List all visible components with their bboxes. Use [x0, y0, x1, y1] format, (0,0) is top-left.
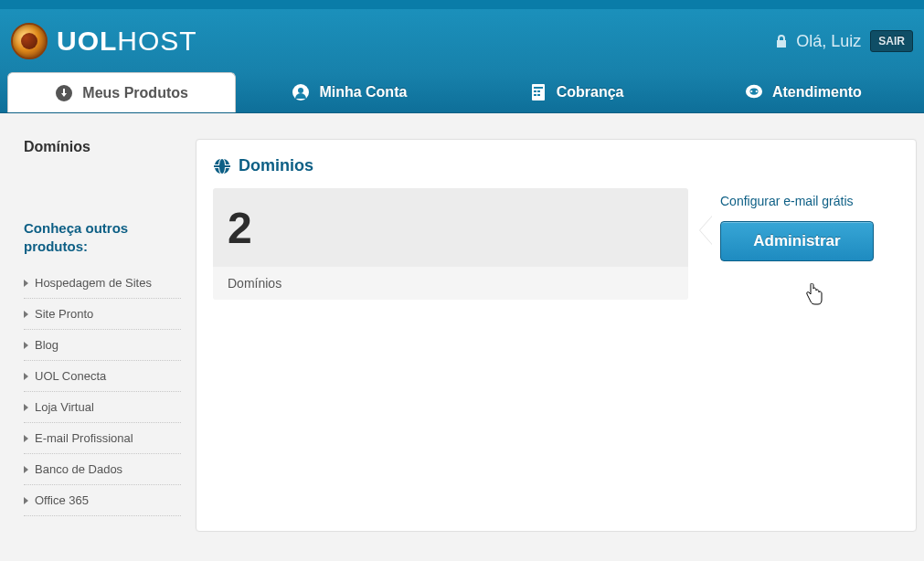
svg-rect-7	[534, 94, 536, 96]
main-content: Dominios 2 Domínios Configurar e-mail gr…	[196, 139, 917, 532]
config-email-link[interactable]: Configurar e-mail grátis	[720, 194, 899, 208]
svg-point-12	[756, 90, 758, 92]
sidebar-item-label: Banco de Dados	[35, 462, 122, 476]
tab-label: Minha Conta	[319, 84, 407, 101]
sidebar-item-label: Loja Virtual	[35, 400, 94, 414]
user-icon	[292, 83, 310, 101]
tab-minha-conta[interactable]: Minha Conta	[236, 72, 462, 112]
logo-bold: UOL	[57, 26, 117, 56]
greeting-text: Olá, Luiz	[796, 32, 861, 51]
sidebar-item-loja-virtual[interactable]: Loja Virtual	[24, 392, 181, 423]
actions-panel: Configurar e-mail grátis Administrar	[720, 188, 899, 261]
stat-value: 2	[228, 203, 252, 253]
tab-meus-produtos[interactable]: Meus Produtos	[7, 72, 236, 112]
sidebar-item-blog[interactable]: Blog	[24, 330, 181, 361]
header-right: Olá, Luiz SAIR	[776, 30, 913, 52]
stat-top: 2	[213, 188, 688, 267]
tab-atendimento[interactable]: Atendimento	[690, 72, 917, 112]
tab-cobranca[interactable]: Cobrança	[463, 72, 690, 112]
billing-icon	[529, 83, 547, 101]
sidebar-item-label: Blog	[35, 338, 58, 352]
svg-rect-8	[537, 94, 540, 96]
brand-logo[interactable]: UOLHOST	[11, 23, 197, 59]
logout-button[interactable]: SAIR	[870, 30, 913, 52]
lock-icon	[776, 35, 787, 48]
svg-rect-14	[214, 165, 230, 167]
svg-point-11	[750, 90, 752, 92]
top-accent-bar	[0, 0, 924, 9]
sidebar-item-label: UOL Conecta	[35, 369, 106, 383]
sidebar-item-label: E-mail Profissional	[35, 431, 133, 445]
svg-rect-5	[534, 90, 536, 92]
logo-text: UOLHOST	[57, 26, 197, 57]
logo-badge-icon	[11, 23, 48, 59]
header: UOLHOST Olá, Luiz SAIR	[0, 9, 924, 73]
sidebar-item-label: Site Pronto	[35, 307, 93, 321]
sidebar-item-banco-de-dados[interactable]: Banco de Dados	[24, 454, 181, 485]
sidebar-item-label: Office 365	[35, 493, 89, 507]
page-body: Domínios Conheça outros produtos: Hosped…	[0, 113, 924, 532]
sidebar-item-uol-conecta[interactable]: UOL Conecta	[24, 361, 181, 392]
sidebar-subtitle: Conheça outros produtos:	[24, 219, 181, 255]
tab-label: Atendimento	[772, 84, 862, 101]
stat-row: 2 Domínios Configurar e-mail grátis Admi…	[213, 188, 899, 300]
tab-label: Cobrança	[557, 84, 624, 101]
dominios-card: Dominios 2 Domínios Configurar e-mail gr…	[196, 139, 917, 532]
support-icon	[745, 83, 763, 101]
sidebar: Domínios Conheça outros produtos: Hosped…	[7, 139, 181, 532]
sidebar-list: Hospedagem de Sites Site Pronto Blog UOL…	[24, 268, 181, 516]
download-icon	[55, 84, 73, 102]
administrar-button[interactable]: Administrar	[720, 221, 874, 261]
sidebar-title: Domínios	[24, 139, 181, 155]
main-tabs: Meus Produtos Minha Conta Cobrança Atend…	[0, 73, 924, 113]
sidebar-item-site-pronto[interactable]: Site Pronto	[24, 299, 181, 330]
sidebar-item-email-profissional[interactable]: E-mail Profissional	[24, 423, 181, 454]
svg-rect-4	[534, 87, 543, 89]
tab-label: Meus Produtos	[82, 85, 188, 101]
sidebar-item-hospedagem[interactable]: Hospedagem de Sites	[24, 268, 181, 299]
sidebar-item-label: Hospedagem de Sites	[35, 276, 152, 290]
stat-label: Domínios	[213, 267, 688, 300]
svg-rect-6	[537, 90, 540, 92]
svg-point-2	[298, 88, 303, 93]
logo-light: HOST	[117, 26, 196, 56]
globe-icon	[213, 157, 231, 175]
card-title-row: Dominios	[213, 156, 899, 175]
stat-box: 2 Domínios	[213, 188, 688, 300]
card-title: Dominios	[239, 156, 313, 175]
sidebar-item-office-365[interactable]: Office 365	[24, 485, 181, 516]
